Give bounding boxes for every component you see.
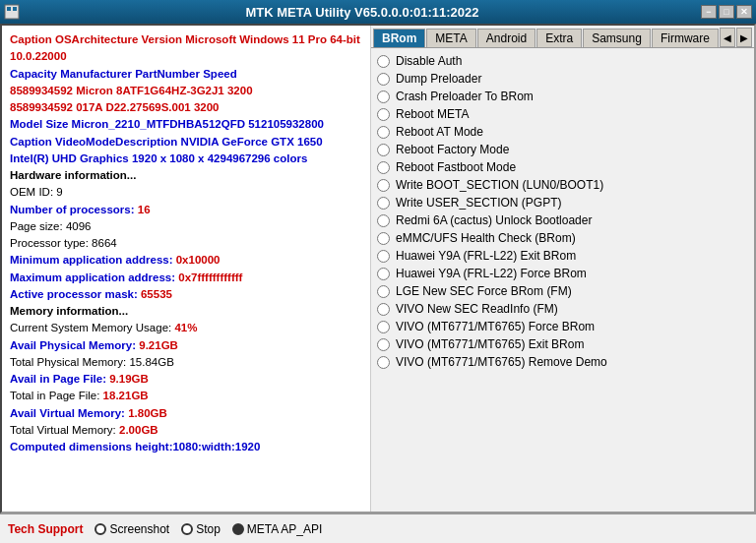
option-radio-2[interactable] <box>377 90 390 103</box>
option-label-1: Dump Preloader <box>396 72 481 86</box>
option-item-15[interactable]: VIVO (MT6771/MT6765) Force BRom <box>377 318 748 335</box>
option-radio-13[interactable] <box>377 285 390 298</box>
main-content: Caption OSArchitecture Version Microsoft… <box>0 24 756 513</box>
option-label-17: VIVO (MT6771/MT6765) Remove Demo <box>396 355 607 369</box>
info-line: Total in Page File: 18.21GB <box>10 388 362 404</box>
svg-rect-1 <box>7 7 11 11</box>
option-radio-14[interactable] <box>377 303 390 316</box>
screenshot-radio-icon <box>94 523 106 535</box>
info-line: Capacity Manufacturer PartNumber Speed <box>10 66 362 83</box>
option-label-9: Redmi 6A (cactus) Unlock Bootloader <box>396 213 592 227</box>
tab-bar: BRomMETAAndroidExtraSamsungFirmware◀▶ <box>371 26 754 48</box>
tab-firmware[interactable]: Firmware <box>652 29 719 47</box>
option-item-11[interactable]: Huawei Y9A (FRL-L22) Exit BRom <box>377 247 748 265</box>
stop-label: Stop <box>196 522 220 536</box>
option-radio-3[interactable] <box>377 108 390 121</box>
option-label-14: VIVO New SEC ReadInfo (FM) <box>396 302 558 316</box>
tab-extra[interactable]: Extra <box>536 29 582 47</box>
option-item-12[interactable]: Huawei Y9A (FRL-L22) Force BRom <box>377 265 748 282</box>
option-item-8[interactable]: Write USER_SECTION (PGPT) <box>377 194 748 211</box>
option-label-11: Huawei Y9A (FRL-L22) Exit BRom <box>396 249 576 263</box>
option-item-16[interactable]: VIVO (MT6771/MT6765) Exit BRom <box>377 335 748 353</box>
screenshot-label: Screenshot <box>109 522 169 536</box>
screenshot-radio-item[interactable]: Screenshot <box>94 522 169 536</box>
info-line: Memory information... <box>10 303 362 320</box>
option-item-3[interactable]: Reboot META <box>377 105 748 123</box>
info-line: Page size: 4096 <box>10 218 362 235</box>
option-item-7[interactable]: Write BOOT_SECTION (LUN0/BOOT1) <box>377 176 748 194</box>
option-item-1[interactable]: Dump Preloader <box>377 70 748 88</box>
option-item-4[interactable]: Reboot AT Mode <box>377 123 748 141</box>
minimize-button[interactable]: − <box>701 5 717 19</box>
window-title: MTK META Utility V65.0.0.0:01:11:2022 <box>24 5 701 20</box>
status-bar: Tech Support Screenshot Stop META AP_API <box>0 513 756 543</box>
app-icon <box>0 0 24 24</box>
window-controls: − □ ✕ <box>701 5 756 19</box>
info-line: Total Virtual Memory: 2.00GB <box>10 422 362 439</box>
maximize-button[interactable]: □ <box>719 5 734 19</box>
option-item-17[interactable]: VIVO (MT6771/MT6765) Remove Demo <box>377 353 748 371</box>
info-line: Hardware information... <box>10 167 362 184</box>
option-label-5: Reboot Factory Mode <box>396 143 509 156</box>
close-button[interactable]: ✕ <box>736 5 752 19</box>
option-item-13[interactable]: LGE New SEC Force BRom (FM) <box>377 282 748 300</box>
info-line: Avail Physical Memory: 9.21GB <box>10 337 362 354</box>
option-label-0: Disable Auth <box>396 54 462 68</box>
meta-ap-api-radio-icon <box>232 523 244 535</box>
option-label-6: Reboot Fastboot Mode <box>396 160 516 174</box>
tab-nav-right[interactable]: ▶ <box>736 28 752 47</box>
option-label-7: Write BOOT_SECTION (LUN0/BOOT1) <box>396 178 603 192</box>
option-radio-0[interactable] <box>377 55 390 68</box>
stop-radio-icon <box>181 523 193 535</box>
tab-android[interactable]: Android <box>477 29 536 47</box>
option-item-9[interactable]: Redmi 6A (cactus) Unlock Bootloader <box>377 211 748 229</box>
option-radio-17[interactable] <box>377 356 390 369</box>
option-radio-4[interactable] <box>377 126 390 139</box>
option-radio-8[interactable] <box>377 197 390 210</box>
option-radio-12[interactable] <box>377 268 390 280</box>
option-item-5[interactable]: Reboot Factory Mode <box>377 141 748 158</box>
tech-support-item: Tech Support <box>8 522 83 536</box>
option-label-16: VIVO (MT6771/MT6765) Exit BRom <box>396 337 584 351</box>
info-line: Number of processors: 16 <box>10 202 362 218</box>
option-radio-15[interactable] <box>377 321 390 333</box>
tab-meta[interactable]: META <box>426 29 475 47</box>
option-label-10: eMMC/UFS Health Check (BRom) <box>396 231 576 245</box>
option-radio-1[interactable] <box>377 73 390 86</box>
meta-ap-api-label: META AP_API <box>247 522 322 536</box>
option-label-13: LGE New SEC Force BRom (FM) <box>396 284 572 298</box>
option-radio-16[interactable] <box>377 338 390 351</box>
info-line: Total Physical Memory: 15.84GB <box>10 354 362 371</box>
option-radio-6[interactable] <box>377 161 390 174</box>
option-item-10[interactable]: eMMC/UFS Health Check (BRom) <box>377 229 748 247</box>
tab-brom[interactable]: BRom <box>373 29 425 47</box>
info-line: 8589934592 Micron 8ATF1G64HZ-3G2J1 3200 <box>10 83 362 99</box>
stop-radio-item[interactable]: Stop <box>181 522 220 536</box>
tech-support-label: Tech Support <box>8 522 83 536</box>
info-line: Processor type: 8664 <box>10 235 362 252</box>
option-label-8: Write USER_SECTION (PGPT) <box>396 196 561 210</box>
info-line: Avail Virtual Memory: 1.80GB <box>10 405 362 422</box>
info-line: Caption VideoModeDescription NVIDIA GeFo… <box>10 134 362 168</box>
right-panel: BRomMETAAndroidExtraSamsungFirmware◀▶ Di… <box>371 26 754 512</box>
option-radio-11[interactable] <box>377 250 390 263</box>
option-label-15: VIVO (MT6771/MT6765) Force BRom <box>396 320 595 333</box>
option-item-0[interactable]: Disable Auth <box>377 52 748 70</box>
info-line: Minimum application address: 0x10000 <box>10 252 362 269</box>
option-radio-5[interactable] <box>377 144 390 156</box>
option-label-12: Huawei Y9A (FRL-L22) Force BRom <box>396 267 587 280</box>
option-radio-7[interactable] <box>377 179 390 192</box>
tab-samsung[interactable]: Samsung <box>583 29 651 47</box>
option-item-2[interactable]: Crash Preloader To BRom <box>377 88 748 105</box>
svg-rect-2 <box>13 7 17 11</box>
system-info-panel: Caption OSArchitecture Version Microsoft… <box>2 26 371 512</box>
option-item-14[interactable]: VIVO New SEC ReadInfo (FM) <box>377 300 748 318</box>
option-radio-10[interactable] <box>377 232 390 245</box>
option-radio-9[interactable] <box>377 214 390 227</box>
option-item-6[interactable]: Reboot Fastboot Mode <box>377 158 748 176</box>
option-label-4: Reboot AT Mode <box>396 125 483 139</box>
tab-nav-left[interactable]: ◀ <box>720 28 735 47</box>
info-line: OEM ID: 9 <box>10 184 362 201</box>
meta-ap-api-radio-item[interactable]: META AP_API <box>232 522 322 536</box>
option-label-2: Crash Preloader To BRom <box>396 90 534 103</box>
